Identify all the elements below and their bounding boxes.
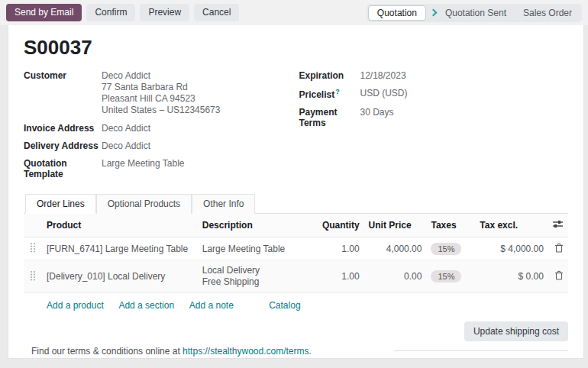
taxes-cell[interactable]: 15%	[426, 237, 475, 260]
catalog-link[interactable]: Catalog	[269, 300, 300, 311]
subtotal-cell: $ 0.00	[475, 260, 548, 293]
field-expiration: Expiration 12/18/2023	[299, 70, 569, 81]
description-cell[interactable]: Local Delivery Free Shipping	[198, 260, 318, 293]
drag-handle-icon[interactable]	[24, 237, 42, 260]
customer-country: United States – US12345673	[102, 105, 220, 116]
optional-columns-icon[interactable]	[548, 214, 568, 237]
description-column-header[interactable]: Description	[198, 214, 318, 237]
drag-handle-icon[interactable]	[24, 260, 42, 293]
totals-summary: Untaxed Amount: $ 4,000.00 Tax 15%: $ 60…	[394, 350, 568, 359]
quantity-cell[interactable]: 1.00	[318, 260, 364, 293]
description-cell[interactable]: Large Meeting Table	[198, 237, 318, 260]
pricelist-label-text: Pricelist	[299, 89, 335, 100]
untaxed-amount-row: Untaxed Amount: $ 4,000.00	[394, 357, 568, 359]
status-pipeline: Quotation Quotation Sent Sales Order	[367, 4, 582, 22]
quantity-cell[interactable]: 1.00	[318, 237, 364, 260]
top-control-bar: Send by Email Confirm Preview Cancel Quo…	[0, 0, 588, 25]
delete-row-icon[interactable]	[548, 237, 568, 260]
send-by-email-button[interactable]: Send by Email	[6, 4, 82, 21]
payment-terms-label: Payment Terms	[299, 107, 360, 128]
tab-optional-products[interactable]: Optional Products	[96, 194, 192, 214]
confirm-button[interactable]: Confirm	[86, 4, 135, 21]
update-shipping-cost-button[interactable]: Update shipping cost	[464, 321, 568, 341]
taxes-cell[interactable]: 15%	[426, 260, 475, 293]
quantity-column-header[interactable]: Quantity	[318, 214, 364, 237]
tab-order-lines[interactable]: Order Lines	[25, 194, 96, 214]
field-group-left: Customer Deco Addict 77 Santa Barbara Rd…	[24, 70, 296, 186]
chevron-right-icon	[429, 9, 437, 17]
taxes-column-header[interactable]: Taxes	[426, 214, 475, 237]
handle-column-header	[24, 214, 42, 237]
description-line: Free Shipping	[202, 276, 313, 288]
field-groups: Customer Deco Addict 77 Santa Barbara Rd…	[24, 70, 568, 186]
tab-other-info[interactable]: Other Info	[192, 194, 255, 214]
product-cell[interactable]: [FURN_6741] Large Meeting Table	[42, 237, 198, 260]
terms-link[interactable]: https://stealthywood.com/terms	[183, 346, 309, 357]
quotation-template-label: Quotation Template	[24, 158, 102, 179]
pricelist-value[interactable]: USD (USD)	[360, 88, 408, 100]
terms-and-conditions: Find our terms & conditions online at ht…	[24, 346, 312, 357]
delete-row-icon[interactable]	[548, 260, 568, 293]
field-group-right: Expiration 12/18/2023 Pricelist? USD (US…	[296, 70, 569, 186]
status-step-sales-order[interactable]: Sales Order	[515, 5, 580, 21]
terms-suffix: .	[309, 346, 312, 357]
product-column-header[interactable]: Product	[42, 214, 198, 237]
order-line-row[interactable]: [Delivery_010] Local Delivery Local Deli…	[24, 260, 568, 293]
customer-street: 77 Santa Barbara Rd	[102, 82, 220, 93]
expiration-label: Expiration	[299, 70, 360, 81]
untaxed-amount-label: Untaxed Amount:	[428, 357, 498, 359]
status-step-quotation-sent[interactable]: Quotation Sent	[437, 5, 515, 21]
tax-badge[interactable]: 15%	[431, 243, 461, 255]
invoice-address-label: Invoice Address	[24, 123, 102, 134]
totals-area: Update shipping cost Untaxed Amount: $ 4…	[394, 321, 568, 359]
sheet-footer: Find our terms & conditions online at ht…	[24, 321, 568, 359]
field-invoice-address: Invoice Address Deco Addict	[24, 123, 296, 134]
tax-excl-column-header[interactable]: Tax excl.	[475, 214, 548, 237]
pricelist-help-icon[interactable]: ?	[335, 88, 340, 95]
status-step-quotation[interactable]: Quotation	[368, 5, 426, 21]
customer-city: Pleasant Hill CA 94523	[102, 93, 220, 105]
unit-price-column-header[interactable]: Unit Price	[364, 214, 427, 237]
add-a-product-link[interactable]: Add a product	[47, 300, 104, 311]
pricelist-label: Pricelist?	[299, 88, 360, 100]
order-line-row[interactable]: [FURN_6741] Large Meeting Table Large Me…	[24, 237, 568, 260]
customer-value[interactable]: Deco Addict 77 Santa Barbara Rd Pleasant…	[102, 70, 220, 116]
order-lines-table: Product Description Quantity Unit Price …	[24, 214, 568, 293]
preview-button[interactable]: Preview	[140, 4, 189, 21]
table-header-row: Product Description Quantity Unit Price …	[24, 214, 568, 237]
notebook-tabs: Order Lines Optional Products Other Info	[24, 194, 568, 214]
customer-name[interactable]: Deco Addict	[102, 70, 220, 82]
cancel-button[interactable]: Cancel	[194, 4, 239, 21]
unit-price-cell[interactable]: 0.00	[364, 260, 427, 293]
field-pricelist: Pricelist? USD (USD)	[299, 88, 569, 100]
delivery-address-label: Delivery Address	[24, 140, 102, 151]
customer-label: Customer	[24, 70, 102, 116]
field-quotation-template: Quotation Template Large Meeting Table	[24, 158, 296, 179]
add-a-note-link[interactable]: Add a note	[189, 300, 234, 311]
page-title: S00037	[24, 36, 568, 60]
delivery-address-value[interactable]: Deco Addict	[102, 140, 150, 151]
terms-text: Find our terms & conditions online at	[31, 346, 183, 357]
product-cell[interactable]: [Delivery_010] Local Delivery	[42, 260, 198, 293]
add-a-section-link[interactable]: Add a section	[118, 300, 174, 311]
invoice-address-value[interactable]: Deco Addict	[102, 123, 150, 134]
unit-price-cell[interactable]: 4,000.00	[364, 237, 427, 260]
field-customer: Customer Deco Addict 77 Santa Barbara Rd…	[24, 70, 296, 116]
tax-badge[interactable]: 15%	[431, 270, 461, 282]
untaxed-amount-value: $ 4,000.00	[509, 357, 568, 359]
payment-terms-value[interactable]: 30 Days	[360, 107, 394, 128]
quotation-template-value[interactable]: Large Meeting Table	[102, 158, 185, 179]
field-delivery-address: Delivery Address Deco Addict	[24, 140, 296, 151]
subtotal-cell: $ 4,000.00	[475, 237, 548, 260]
form-sheet: S00037 Customer Deco Addict 77 Santa Bar…	[8, 25, 584, 359]
description-line: Local Delivery	[202, 265, 313, 276]
expiration-value[interactable]: 12/18/2023	[360, 70, 406, 81]
action-toolbar: Send by Email Confirm Preview Cancel	[6, 4, 239, 21]
line-actions: Add a product Add a section Add a note C…	[24, 293, 568, 318]
field-payment-terms: Payment Terms 30 Days	[299, 107, 569, 128]
